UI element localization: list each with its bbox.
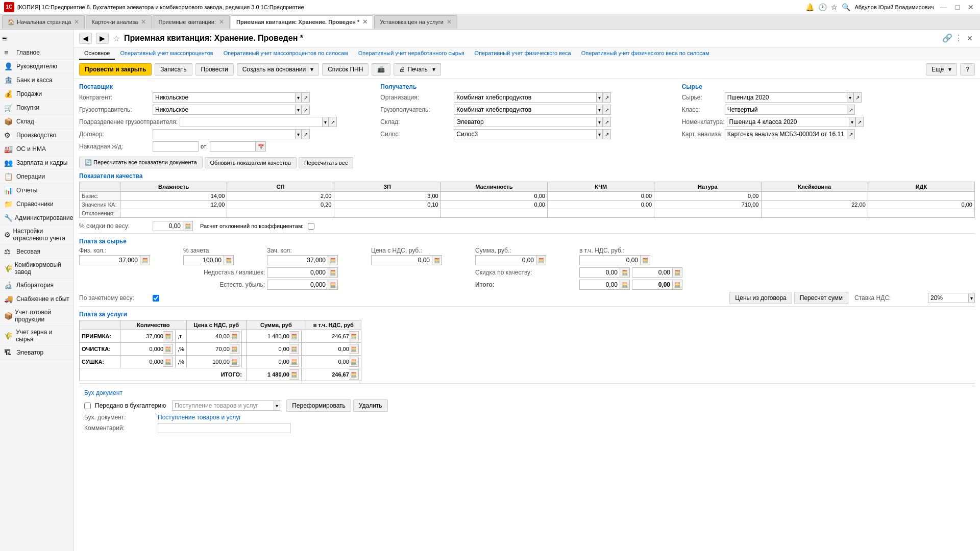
- shipper-division-open-btn[interactable]: ↗: [329, 117, 337, 127]
- ochistka-price-input[interactable]: [189, 346, 230, 352]
- sidebar-item-refs[interactable]: 📁 Справочники: [0, 197, 74, 211]
- basis-sp[interactable]: [229, 193, 331, 199]
- doc-type-select-btn[interactable]: ▾: [274, 400, 280, 411]
- rail-bill-input[interactable]: [153, 141, 199, 152]
- print-button[interactable]: 🖨 Печать ▾: [394, 63, 440, 76]
- recalc-sums-button[interactable]: Пересчет сумм: [794, 292, 848, 304]
- priemka-nds-calc-btn[interactable]: 🧮: [349, 331, 359, 341]
- warehouse-input[interactable]: [454, 117, 597, 127]
- help-button[interactable]: ?: [960, 63, 975, 76]
- search-icon[interactable]: 🔍: [842, 3, 850, 11]
- tab-receipts-close[interactable]: ✕: [219, 18, 224, 26]
- sidebar-item-purchases[interactable]: 🛒 Покупки: [0, 101, 74, 115]
- sushka-nds-calc-btn[interactable]: 🧮: [349, 357, 359, 367]
- sub-tab-mass-silos[interactable]: Оперативный учет массопроцентов по силос…: [218, 47, 353, 60]
- sidebar-item-feed-plant[interactable]: 🌾 Комбикормовый завод: [0, 259, 74, 279]
- sidebar-item-grain[interactable]: 🌾 Учет зерна и сырья: [0, 326, 74, 346]
- sidebar-item-admin[interactable]: 🔧 Администрирование: [0, 211, 74, 225]
- sushka-qty-input[interactable]: [122, 359, 163, 365]
- sidebar-toggle[interactable]: ≡: [0, 32, 74, 46]
- percent-zachet-input[interactable]: [183, 255, 224, 265]
- raw-select-btn[interactable]: ▾: [847, 92, 853, 103]
- dev-oil[interactable]: [443, 210, 545, 216]
- priemka-qty-input[interactable]: [122, 333, 163, 339]
- silo-select-btn[interactable]: ▾: [597, 129, 603, 139]
- sushka-price-input[interactable]: [189, 359, 230, 365]
- svc-total-sum-calc-btn[interactable]: 🧮: [289, 369, 299, 380]
- create-based-button[interactable]: Создать на основании ▾: [237, 63, 320, 76]
- nds-sum-calc-btn[interactable]: 🧮: [641, 255, 650, 265]
- history-icon[interactable]: 🕐: [818, 3, 827, 11]
- print-arrow[interactable]: ▾: [430, 66, 435, 73]
- dev-idk[interactable]: [870, 210, 972, 216]
- basis-oil[interactable]: [443, 193, 545, 199]
- nds-sum-input[interactable]: [579, 255, 641, 265]
- sushka-qty-calc-btn[interactable]: 🧮: [163, 357, 173, 367]
- sidebar-item-main[interactable]: ≡ Главное: [0, 46, 74, 60]
- sidebar-item-branch-settings[interactable]: ⚙ Настройки отраслевого учета: [0, 225, 74, 245]
- dev-kchm[interactable]: [550, 210, 652, 216]
- ka-oil[interactable]: [443, 202, 545, 208]
- ochistka-qty-calc-btn[interactable]: 🧮: [163, 344, 173, 354]
- contract-open-btn[interactable]: ↗: [302, 129, 310, 139]
- basis-gluten[interactable]: [764, 193, 866, 199]
- ka-zp[interactable]: [336, 202, 438, 208]
- discount-calc-btn[interactable]: 🧮: [183, 221, 193, 231]
- link-icon[interactable]: 🔗: [942, 33, 952, 43]
- contractor-input[interactable]: [153, 92, 296, 103]
- svc-total-nds-calc-btn[interactable]: 🧮: [349, 369, 359, 380]
- sidebar-item-supply[interactable]: 🚚 Снабжение и сбыт: [0, 292, 74, 306]
- sushka-price-calc-btn[interactable]: 🧮: [230, 357, 239, 367]
- zach-qty-calc-btn[interactable]: 🧮: [328, 255, 338, 265]
- sub-tab-raw-ops[interactable]: Оперативный учет неработанного сырья: [353, 47, 470, 60]
- fax-button[interactable]: 📠: [372, 63, 390, 76]
- shortage-calc-btn[interactable]: 🧮: [328, 267, 338, 278]
- nomenclature-select-btn[interactable]: ▾: [849, 117, 855, 127]
- organization-select-btn[interactable]: ▾: [597, 92, 603, 103]
- contractor-select-btn[interactable]: ▾: [296, 92, 302, 103]
- silo-open-btn[interactable]: ↗: [603, 129, 611, 139]
- discount-input[interactable]: [153, 221, 183, 231]
- sent-checkbox[interactable]: [84, 403, 91, 409]
- ka-moisture[interactable]: [122, 202, 225, 208]
- phys-qty-calc-btn[interactable]: 🧮: [140, 255, 150, 265]
- tab-receipts[interactable]: Приемные квитанции: ✕: [153, 15, 230, 29]
- contractor-open-btn[interactable]: ↗: [302, 92, 310, 103]
- dev-natura[interactable]: [656, 210, 758, 216]
- sushka-sum-calc-btn[interactable]: 🧮: [289, 357, 299, 367]
- ochistka-nds-calc-btn[interactable]: 🧮: [349, 344, 359, 354]
- more-button[interactable]: Еще ▾: [926, 63, 957, 76]
- priemka-nds-input[interactable]: [308, 333, 349, 339]
- basis-moisture[interactable]: [122, 193, 225, 199]
- quality-discount-nds-calc-btn[interactable]: 🧮: [673, 267, 682, 278]
- sidebar-item-elevator[interactable]: 🏗 Элеватор: [0, 346, 74, 360]
- notification-icon[interactable]: 🔔: [805, 3, 814, 11]
- sub-tab-phys-weight[interactable]: Оперативный учет физического веса: [470, 47, 576, 60]
- dev-sp[interactable]: [229, 210, 331, 216]
- buh-doc-value-link[interactable]: Поступление товаров и услуг: [158, 414, 241, 421]
- tab-home[interactable]: 🏠 Начальная страница ✕: [2, 15, 85, 29]
- post-button[interactable]: Провести: [195, 63, 234, 76]
- zach-qty-input[interactable]: [267, 255, 328, 265]
- sub-tab-mass-ops[interactable]: Оперативный учет массопроцентов: [115, 47, 218, 60]
- sidebar-item-sales[interactable]: 💰 Продажи: [0, 87, 74, 101]
- save-button[interactable]: Записать: [155, 63, 192, 76]
- tab-receipt-detail[interactable]: Приемная квитанция: Хранение. Проведен *…: [231, 15, 373, 29]
- delete-button[interactable]: Удалить: [353, 399, 388, 412]
- sidebar-item-operations[interactable]: 📋 Операции: [0, 170, 74, 184]
- card-analysis-input[interactable]: [725, 129, 847, 139]
- rail-date-input[interactable]: [210, 141, 256, 152]
- deviation-calc-checkbox[interactable]: [308, 223, 314, 230]
- basis-kchm[interactable]: [550, 193, 652, 199]
- ka-gluten[interactable]: [764, 202, 866, 208]
- percent-zachet-calc-btn[interactable]: 🧮: [224, 255, 234, 265]
- favorite-icon[interactable]: ☆: [113, 34, 120, 43]
- class-input[interactable]: [725, 105, 847, 115]
- warehouse-select-btn[interactable]: ▾: [597, 117, 603, 127]
- price-nds-calc-btn[interactable]: 🧮: [432, 255, 442, 265]
- minimize-button[interactable]: —: [938, 2, 949, 12]
- ka-kchm[interactable]: [550, 202, 652, 208]
- sidebar-item-os-nma[interactable]: 🏭 ОС и НМА: [0, 142, 74, 156]
- sushka-sum-input[interactable]: [249, 359, 289, 365]
- quality-discount-calc-btn[interactable]: 🧮: [620, 267, 630, 278]
